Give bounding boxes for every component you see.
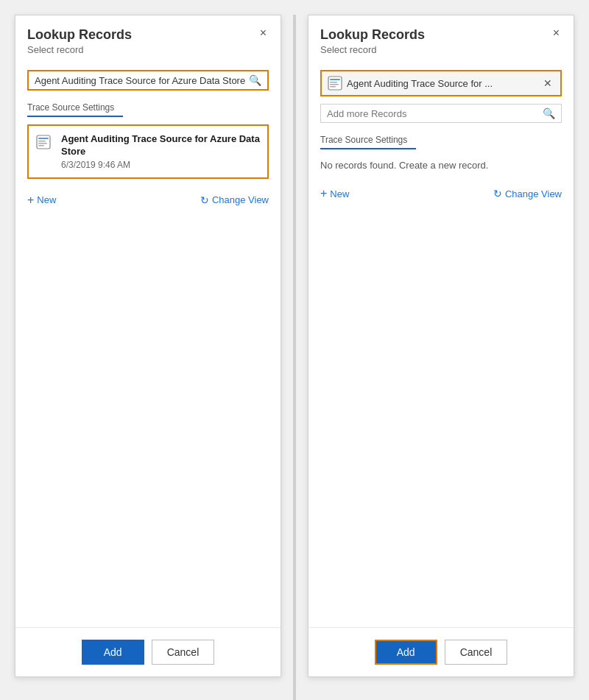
svg-rect-3 [38,143,47,144]
left-record-info: Agent Auditing Trace Source for Azure Da… [61,133,260,170]
left-record-date: 6/3/2019 9:46 AM [61,160,260,170]
right-panel-header: Lookup Records Select record [308,15,574,70]
svg-rect-9 [330,86,336,88]
right-panel-title: Lookup Records [320,27,562,43]
right-add-more-box[interactable]: 🔍 [320,104,562,123]
right-plus-icon: + [320,187,327,200]
left-panel-subtitle: Select record [27,44,269,55]
right-panel-close-button[interactable]: × [549,26,563,40]
right-change-view-label: Change View [505,188,562,199]
left-panel-title: Lookup Records [27,27,269,43]
right-panel-footer: Add Cancel [308,627,574,676]
panel-divider [293,15,296,700]
right-section-label: Trace Source Settings [308,135,574,148]
left-panel-footer: Add Cancel [15,627,281,676]
left-panel-header: Lookup Records Select record [15,15,281,70]
right-panel-subtitle: Select record [320,44,562,55]
right-new-link[interactable]: + New [320,187,349,200]
left-change-view-link[interactable]: ↻ Change View [200,194,269,206]
right-panel: Lookup Records Select record × Agent Aud… [308,15,574,677]
right-change-view-icon: ↻ [493,188,502,199]
left-section-label: Trace Source Settings [15,102,281,116]
left-new-label: New [37,194,56,205]
svg-rect-4 [38,145,44,146]
left-record-item[interactable]: Agent Auditing Trace Source for Azure Da… [27,124,269,179]
left-search-input[interactable] [35,75,246,86]
right-add-more-input[interactable] [327,108,540,119]
right-change-view-link[interactable]: ↻ Change View [493,188,562,199]
svg-rect-0 [37,135,50,149]
left-change-view-label: Change View [212,194,269,205]
right-tag-text: Agent Auditing Trace Source for ... [347,78,537,89]
left-panel-close-button[interactable]: × [256,26,270,40]
right-search-icon[interactable]: 🔍 [543,107,555,119]
right-cancel-button[interactable]: Cancel [445,640,508,665]
svg-rect-6 [330,79,340,80]
right-no-records-message: No records found. Create a new record. [308,157,574,180]
left-record-name: Agent Auditing Trace Source for Azure Da… [61,133,260,158]
svg-rect-2 [38,141,46,142]
right-actions-row: + New ↻ Change View [308,180,574,208]
right-section-underline [320,148,416,149]
left-panel: Lookup Records Select record × 🔍 Trace S… [15,15,281,677]
svg-rect-7 [330,82,337,83]
left-new-link[interactable]: + New [27,194,56,207]
right-new-label: New [330,188,349,199]
left-change-view-icon: ↻ [200,194,209,206]
left-search-box[interactable]: 🔍 [27,70,269,91]
right-add-button[interactable]: Add [375,640,437,665]
svg-rect-8 [330,84,339,85]
left-record-icon [36,135,54,152]
left-add-button[interactable]: Add [82,640,144,665]
left-section-underline [27,116,123,117]
left-actions-row: + New ↻ Change View [15,186,281,214]
left-plus-icon: + [27,194,34,207]
left-cancel-button[interactable]: Cancel [152,640,215,665]
right-tag-icon [328,76,342,91]
right-selected-tag[interactable]: Agent Auditing Trace Source for ... ✕ [320,70,562,96]
left-search-icon[interactable]: 🔍 [249,74,261,86]
svg-rect-1 [38,138,49,139]
right-tag-close-button[interactable]: ✕ [541,77,554,89]
svg-rect-5 [328,77,342,90]
